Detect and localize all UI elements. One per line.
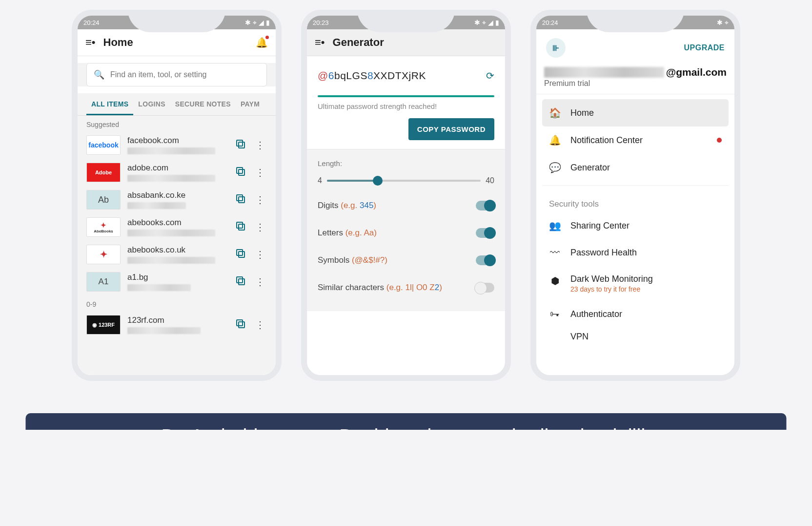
blurred-username [127,202,186,209]
nav-generator[interactable]: 💬 Generator [542,154,729,181]
svg-rect-12 [239,322,244,328]
blurred-username [127,327,201,334]
tab-secure-notes[interactable]: SECURE NOTES [170,93,236,115]
toggle-symbols[interactable] [476,255,494,265]
nav-label: Notification Center [570,135,643,146]
caption-banner: De Android-app van Dashlane is zeer gebr… [25,413,786,430]
tab-payments[interactable]: PAYM [236,93,264,115]
login-item[interactable]: Adobe adobe.com ⋮ [78,159,276,186]
upgrade-button[interactable]: UPGRADE [684,43,725,52]
items-list[interactable]: Suggested facebook facebook.com ⋮ Adobe … [78,116,276,381]
search-input[interactable] [110,70,260,79]
nav-subtext: 23 days to try it for free [570,285,653,293]
menu-icon[interactable]: ≡• [85,36,96,49]
login-item[interactable]: ✦AbeBooks abebooks.com ⋮ [78,213,276,241]
darkweb-icon: ⬢ [549,275,561,287]
tab-logins[interactable]: LOGINS [133,93,170,115]
toggle-similar[interactable] [476,283,494,293]
site-logo: Ab [86,190,121,210]
nav-vpn[interactable]: VPN [542,328,729,350]
login-item[interactable]: A1 a1.bg ⋮ [78,268,276,295]
nav-label: VPN [570,332,589,342]
more-icon[interactable]: ⋮ [253,319,267,331]
svg-rect-5 [237,195,243,201]
category-tabs: ALL ITEMS LOGINS SECURE NOTES PAYM [78,93,276,116]
nav-label: Password Health [570,248,637,258]
more-icon[interactable]: ⋮ [253,167,267,178]
section-header-09: 0-9 [78,295,276,311]
length-max: 40 [486,176,494,185]
phone-screenshot-generator: 20:23 ✱ ⌖ ◢ ▮ ≡• Generator @6bqLGS8XXDTX… [301,10,511,381]
phone-notch [128,10,225,32]
app-logo-icon: ⊪ [546,38,566,58]
phone-screenshot-home: 20:24 ✱ ⌖ ◢ ▮ ≡• Home 🔔 🔍 ALL ITEMS LOGI… [72,10,282,381]
svg-rect-1 [237,140,243,146]
more-icon[interactable]: ⋮ [253,194,267,206]
toggle-digits[interactable] [476,201,494,210]
nav-authenticator[interactable]: 🗝 Authenticator [542,301,729,328]
nav-home[interactable]: 🏠 Home [542,99,729,126]
menu-icon[interactable]: ≡• [315,36,325,49]
blurred-username [127,230,215,236]
nav-dark-web[interactable]: ⬢ Dark Web Monitoring 23 days to try it … [542,266,729,301]
authenticator-icon: 🗝 [549,309,561,320]
site-logo: ✦AbeBooks [86,217,121,237]
login-item[interactable]: facebook facebook.com ⋮ [78,131,276,159]
notifications-icon[interactable]: 🔔 [256,37,268,48]
more-icon[interactable]: ⋮ [253,139,267,151]
status-icons: ✱ ⌖ [717,19,729,27]
nav-notification-center[interactable]: 🔔 Notification Center [542,126,729,154]
site-domain: facebook.com [127,136,228,146]
generator-options: Length: 4 40 Digits (e.g. 345) Letters (… [307,149,505,311]
length-slider[interactable] [327,180,481,182]
nav-label: Dark Web Monitoring [570,274,653,284]
status-time: 20:24 [83,19,100,26]
copy-password-button[interactable]: COPY PASSWORD [408,118,494,140]
section-header-suggested: Suggested [78,116,276,131]
site-logo: ◉ 123RF [86,315,121,335]
more-icon[interactable]: ⋮ [253,276,267,288]
search-field[interactable]: 🔍 [86,63,267,86]
copy-icon[interactable] [235,166,246,179]
blurred-username [127,284,191,291]
svg-rect-0 [239,142,244,148]
site-domain: a1.bg [127,273,228,282]
copy-icon[interactable] [235,220,246,234]
copy-icon[interactable] [235,275,246,289]
nav-sharing-center[interactable]: 👥 Sharing Center [542,212,729,239]
more-icon[interactable]: ⋮ [253,221,267,233]
svg-rect-11 [237,277,243,283]
login-item[interactable]: ✦ abebooks.co.uk ⋮ [78,241,276,268]
copy-icon[interactable] [235,138,246,152]
nav-password-health[interactable]: 〰 Password Health [542,239,729,266]
nav-label: Home [570,108,594,118]
status-time: 20:23 [313,19,329,26]
refresh-icon[interactable]: ⟳ [486,70,494,82]
option-similar: Similar characters (e.g. 1l| O0 Z2) [318,274,494,301]
nav-label: Authenticator [570,309,622,319]
svg-rect-8 [239,252,244,257]
home-icon: 🏠 [549,107,561,119]
login-item[interactable]: ◉ 123RF 123rf.com ⋮ [78,311,276,338]
copy-icon[interactable] [235,193,246,207]
app-bar: ≡• Generator [307,29,505,56]
site-logo: A1 [86,272,121,292]
more-icon[interactable]: ⋮ [253,249,267,260]
page-title: Generator [333,36,384,49]
login-item[interactable]: Ab absabank.co.ke ⋮ [78,186,276,213]
email-domain: @gmail.com [666,66,727,78]
toggle-letters[interactable] [476,228,494,238]
svg-rect-3 [237,168,243,173]
generator-icon: 💬 [549,162,561,173]
svg-rect-13 [237,320,243,326]
option-letters: Letters (e.g. Aa) [318,219,494,247]
phone-screenshot-menu: 20:24 ✱ ⌖ ⊪ UPGRADE @gmail.com Premium t… [530,10,740,381]
site-logo: facebook [86,135,121,155]
nav-label: Sharing Center [570,221,629,231]
copy-icon[interactable] [235,248,246,261]
copy-icon[interactable] [235,318,246,332]
svg-rect-2 [239,169,244,175]
blurred-username [127,175,215,182]
strength-text: Ultimate password strength reached! [318,102,494,110]
tab-all-items[interactable]: ALL ITEMS [86,93,133,115]
